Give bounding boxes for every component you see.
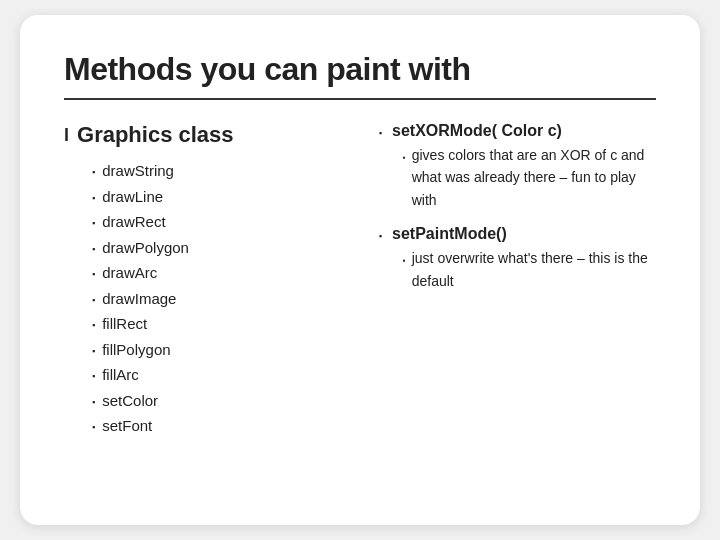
section-bullet: l — [64, 125, 69, 146]
list-item: drawRect — [92, 209, 369, 235]
left-column: l Graphics class drawStringdrawLinedrawR… — [64, 122, 369, 489]
list-item: setColor — [92, 388, 369, 414]
slide-title: Methods you can paint with — [64, 51, 656, 88]
list-item: fillRect — [92, 311, 369, 337]
list-item: drawPolygon — [92, 235, 369, 261]
content-area: l Graphics class drawStringdrawLinedrawR… — [64, 122, 656, 489]
right-bullet-icon: ▪ — [379, 231, 382, 241]
list-item: setFont — [92, 413, 369, 439]
divider — [64, 98, 656, 100]
right-section-title: setPaintMode() — [392, 225, 507, 243]
list-item: drawArc — [92, 260, 369, 286]
list-item: fillArc — [92, 362, 369, 388]
right-column: ▪setXORMode( Color c)gives colors that a… — [369, 122, 656, 489]
list-item: gives colors that are an XOR of c and wh… — [403, 144, 656, 211]
right-sub-list: just overwrite what's there – this is th… — [379, 247, 656, 292]
list-item: fillPolygon — [92, 337, 369, 363]
right-section: ▪setXORMode( Color c)gives colors that a… — [379, 122, 656, 211]
section-title: Graphics class — [77, 122, 234, 148]
section-header: l Graphics class — [64, 122, 369, 148]
list-item: drawLine — [92, 184, 369, 210]
methods-list: drawStringdrawLinedrawRectdrawPolygondra… — [64, 158, 369, 439]
right-section-title: setXORMode( Color c) — [392, 122, 562, 140]
list-item: drawImage — [92, 286, 369, 312]
right-bullet-icon: ▪ — [379, 128, 382, 138]
slide: Methods you can paint with l Graphics cl… — [20, 15, 700, 525]
right-sub-list: gives colors that are an XOR of c and wh… — [379, 144, 656, 211]
right-section: ▪setPaintMode()just overwrite what's the… — [379, 225, 656, 292]
list-item: just overwrite what's there – this is th… — [403, 247, 656, 292]
list-item: drawString — [92, 158, 369, 184]
